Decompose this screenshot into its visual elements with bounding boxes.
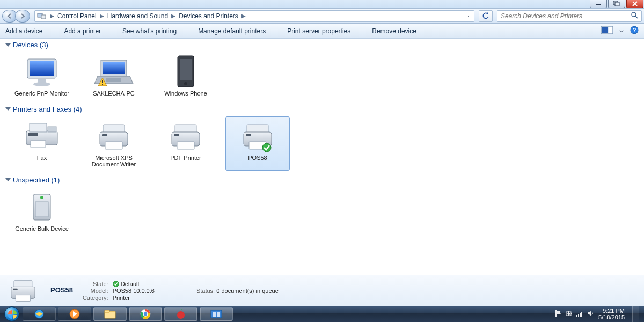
- svg-rect-53: [578, 314, 579, 317]
- breadcrumb[interactable]: ▶ Control Panel ▶ Hardware and Sound ▶ D…: [34, 10, 250, 22]
- svg-rect-28: [30, 123, 47, 132]
- svg-point-32: [262, 143, 271, 152]
- warning-badge-icon: [98, 77, 107, 87]
- search-icon[interactable]: [631, 11, 638, 20]
- devices-icon: [37, 12, 47, 20]
- tray-flag-icon[interactable]: [554, 310, 562, 318]
- svg-rect-30: [31, 141, 46, 147]
- group-title: Devices (3): [13, 41, 48, 49]
- svg-rect-8: [41, 15, 46, 19]
- cmd-manage-default[interactable]: Manage default printers: [198, 27, 266, 35]
- printer-item-xps[interactable]: Microsoft XPS Document Writer: [82, 116, 146, 171]
- breadcrumb-devices-printers[interactable]: Devices and Printers: [179, 12, 238, 20]
- svg-rect-54: [580, 313, 581, 317]
- printer-label: PDF Printer: [170, 155, 201, 162]
- svg-rect-55: [581, 312, 582, 317]
- help-button[interactable]: ?: [630, 26, 639, 36]
- nav-forward-button[interactable]: [15, 10, 30, 23]
- svg-point-43: [177, 311, 185, 319]
- minimize-button[interactable]: [590, 0, 607, 8]
- tray-time: 9:21 PM: [598, 308, 625, 314]
- printer-icon: [164, 119, 207, 153]
- svg-rect-49: [555, 310, 557, 317]
- details-category-label: Category:: [83, 295, 108, 301]
- chevron-down-icon[interactable]: [619, 30, 624, 33]
- printer-item-fax[interactable]: Fax: [10, 116, 74, 171]
- printer-icon: [236, 119, 279, 153]
- device-item-pc[interactable]: SAKLECHA-PC: [82, 52, 146, 100]
- device-label: SAKLECHA-PC: [93, 90, 135, 97]
- address-bar: ▶ Control Panel ▶ Hardware and Sound ▶ D…: [0, 9, 644, 24]
- svg-point-34: [40, 196, 43, 199]
- chevron-right-icon: ▶: [240, 13, 247, 19]
- group-header-devices[interactable]: Devices (3): [4, 41, 644, 49]
- device-item-phone[interactable]: Windows Phone: [153, 52, 218, 100]
- taskbar-chrome[interactable]: [129, 307, 162, 321]
- svg-point-9: [632, 12, 636, 17]
- svg-rect-23: [102, 84, 103, 85]
- device-label: Windows Phone: [164, 90, 207, 97]
- taskbar-control-panel[interactable]: [200, 307, 233, 321]
- search-input[interactable]: [501, 12, 631, 20]
- cmd-add-device[interactable]: Add a device: [5, 27, 42, 35]
- taskbar: 9:21 PM 5/18/2015: [0, 306, 644, 322]
- breadcrumb-hardware-sound[interactable]: Hardware and Sound: [107, 12, 168, 20]
- details-state-label: State:: [83, 281, 108, 287]
- tray-clock[interactable]: 9:21 PM 5/18/2015: [598, 308, 625, 320]
- phone-icon: [164, 55, 207, 89]
- group-title: Unspecified (1): [13, 176, 60, 184]
- tray-power-icon[interactable]: [565, 310, 573, 318]
- svg-rect-17: [30, 61, 54, 76]
- laptop-icon: [92, 55, 135, 89]
- tray-network-icon[interactable]: [576, 310, 583, 318]
- address-dropdown[interactable]: [248, 10, 474, 22]
- tray-volume-icon[interactable]: [587, 310, 594, 318]
- details-state-value: Default: [113, 281, 155, 287]
- printer-item-pos58[interactable]: POS58: [225, 116, 290, 171]
- refresh-button[interactable]: [479, 10, 493, 22]
- collapse-icon: [5, 107, 11, 111]
- group-title: Printers and Faxes (4): [13, 105, 82, 113]
- taskbar-media-player[interactable]: [58, 307, 91, 321]
- svg-rect-25: [180, 59, 192, 80]
- collapse-icon: [5, 178, 11, 181]
- details-status-value: 0 document(s) in queue: [216, 288, 279, 294]
- taskbar-explorer[interactable]: [93, 307, 127, 321]
- chevron-right-icon: ▶: [49, 13, 55, 19]
- cmd-remove-device[interactable]: Remove device: [372, 27, 416, 35]
- device-item-bulk[interactable]: Generic Bulk Device: [10, 187, 74, 235]
- svg-rect-20: [103, 62, 125, 74]
- preview-pane-button[interactable]: [601, 26, 613, 35]
- cmd-server-props[interactable]: Print server properties: [287, 27, 350, 35]
- svg-text:?: ?: [633, 27, 636, 33]
- svg-rect-45: [213, 312, 216, 314]
- details-category-value: Printer: [113, 295, 155, 301]
- svg-rect-40: [105, 310, 109, 312]
- tray-date: 5/18/2015: [598, 314, 625, 320]
- group-header-printers[interactable]: Printers and Faxes (4): [4, 105, 644, 113]
- svg-rect-22: [102, 80, 103, 83]
- breadcrumb-control-panel[interactable]: Control Panel: [57, 12, 97, 20]
- group-devices: Devices (3) Generic PnP Monitor SAKLECHA…: [4, 41, 644, 100]
- printer-item-pdf[interactable]: PDF Printer: [153, 116, 218, 171]
- window-controls: [0, 0, 644, 9]
- svg-point-19: [33, 82, 50, 86]
- group-printers: Printers and Faxes (4) Fax Microsoft XPS…: [4, 105, 644, 171]
- show-desktop-button[interactable]: [632, 306, 639, 322]
- close-button[interactable]: [626, 0, 643, 8]
- start-button[interactable]: [2, 306, 21, 322]
- details-status-label: Status:: [196, 288, 215, 294]
- cmd-see-printing[interactable]: See what's printing: [122, 27, 177, 35]
- svg-rect-52: [576, 315, 577, 317]
- printer-label: Fax: [37, 155, 47, 162]
- group-header-unspecified[interactable]: Unspecified (1): [4, 176, 644, 184]
- fax-icon: [20, 119, 63, 153]
- taskbar-app-apple[interactable]: [164, 307, 197, 321]
- details-printer-icon: [6, 278, 41, 304]
- taskbar-ie[interactable]: [23, 307, 56, 321]
- svg-line-10: [635, 16, 638, 18]
- cmd-add-printer[interactable]: Add a printer: [64, 27, 101, 35]
- device-item-monitor[interactable]: Generic PnP Monitor: [10, 52, 74, 100]
- maximize-button[interactable]: [608, 0, 625, 8]
- search-box[interactable]: [497, 10, 642, 22]
